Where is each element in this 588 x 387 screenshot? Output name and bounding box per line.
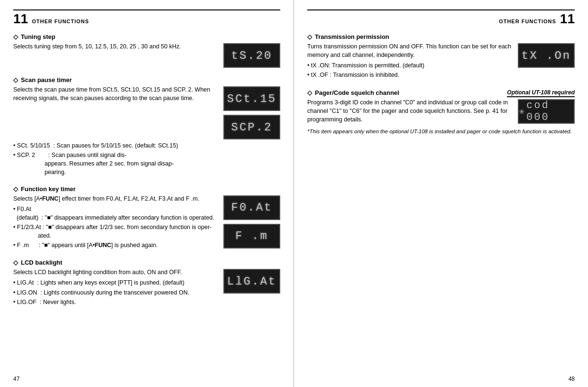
pager-display: ✳ cod 000 (518, 99, 575, 124)
diamond-icon-4: ◇ (13, 259, 18, 266)
section-tuning-step: ◇ Tuning step Selects tuning step from 5… (13, 33, 280, 68)
section-scan-pause: ◇ Scan pause timer Selects the scan paus… (13, 76, 280, 177)
transmission-content: Turns transmission permission ON and OFF… (307, 42, 575, 81)
tuning-step-text: Selects tuning step from 5, 10, 12.5, 15… (13, 42, 219, 51)
scan-pause-display-1: SCt.15 (223, 86, 280, 111)
scan-pause-displays: SCt.15 SCP.2 (223, 85, 280, 139)
transmission-bullets: • tX .ON: Transmission is permitted. (de… (307, 61, 513, 79)
left-page-footer-number: 47 (13, 376, 19, 382)
diamond-icon-2: ◇ (13, 76, 18, 83)
left-footer: 47 (13, 376, 19, 382)
pager-asterisk: ✳ (519, 105, 524, 117)
bullet-txof: • tX .OF : Transmission is inhibited. (307, 71, 513, 79)
lcd-backlight-text: Selects LCD backlight lighting condition… (13, 268, 219, 307)
transmission-title: ◇ Transmission permission (307, 33, 575, 40)
section-transmission: ◇ Transmission permission Turns transmis… (307, 33, 575, 81)
lcd-backlight-bullets: • LIG.At : Lights when any keys except [… (13, 278, 219, 306)
optional-label: Optional UT-108 required (507, 89, 575, 97)
pager-note: *This item appears only when the optiona… (307, 128, 575, 136)
bullet-fm: • F .m : "■" appears until [A•FUNC] is p… (13, 241, 219, 249)
right-page-footer-number: 48 (569, 376, 575, 382)
right-page: OTHER FUNCTIONS 11 ◇ Transmission permis… (294, 0, 588, 387)
scan-pause-content: Selects the scan pause time from SCt.5, … (13, 85, 280, 139)
diamond-icon-6: ◇ (307, 89, 312, 96)
tuning-step-content: Selects tuning step from 5, 10, 12.5, 15… (13, 42, 280, 68)
left-page-header: 11 OTHER FUNCTIONS (13, 9, 280, 26)
bullet-ligon: • LIG.ON : Lights continuously during th… (13, 288, 219, 297)
pager-squelch-text: Programs 3-digit ID code in channel "C0"… (307, 98, 513, 124)
scan-pause-title: ◇ Scan pause timer (13, 76, 280, 83)
scan-pause-text: Selects the scan pause time from SCt.5, … (13, 85, 219, 102)
left-page: 11 OTHER FUNCTIONS ◇ Tuning step Selects… (0, 0, 294, 387)
function-key-text: Selects [A•FUNC] effect timer from F0.At… (13, 194, 219, 251)
transmission-display: tX .On (518, 43, 575, 68)
pager-squelch-title: ◇ Pager/Code squelch channel (307, 89, 399, 96)
page-container: 11 OTHER FUNCTIONS ◇ Tuning step Selects… (0, 0, 588, 387)
function-key-bullets: • F0.At (default) : "■" disappears immed… (13, 205, 219, 250)
tuning-step-display: tS.20 (223, 43, 280, 68)
diamond-icon-5: ◇ (307, 33, 312, 40)
lcd-backlight-display: LlG.At (223, 269, 280, 294)
bullet-ligat: • LIG.At : Lights when any keys except [… (13, 278, 219, 287)
bullet-ligof: • LIG.OF : Never lights. (13, 298, 219, 306)
bullet-txon: • tX .ON: Transmission is permitted. (de… (307, 61, 513, 70)
pager-display-value: cod 000 (526, 100, 574, 123)
lcd-backlight-content: Selects LCD backlight lighting condition… (13, 268, 280, 307)
bullet-f0at: • F0.At (default) : "■" disappears immed… (13, 205, 219, 222)
bullet-f123at: • F1/2/3.At : "■" disappears after 1/2/3… (13, 223, 219, 240)
section-pager-squelch: ◇ Pager/Code squelch channel Optional UT… (307, 89, 575, 136)
bullet-sct: • SCt. 5/10/15 : Scan pauses for 5/10/15… (13, 141, 280, 150)
left-page-number: 11 (13, 12, 28, 26)
lcd-backlight-title: ◇ LCD backlight (13, 259, 280, 266)
scan-pause-bullets: • SCt. 5/10/15 : Scan pauses for 5/10/15… (13, 141, 280, 177)
pager-squelch-content: Programs 3-digit ID code in channel "C0"… (307, 98, 575, 124)
section-lcd-backlight: ◇ LCD backlight Selects LCD backlight li… (13, 259, 280, 307)
left-page-title: OTHER FUNCTIONS (32, 18, 89, 24)
function-key-display-2: F .m (223, 224, 280, 249)
section-function-key: ◇ Function key timer Selects [A•FUNC] ef… (13, 185, 280, 251)
bullet-scp: • SCP. 2 : Scan pauses until signal dis-… (13, 151, 280, 176)
right-page-number: 11 (560, 12, 575, 26)
function-key-displays: F0.At F .m (223, 194, 280, 249)
diamond-icon-3: ◇ (13, 185, 18, 193)
right-page-title: OTHER FUNCTIONS (499, 18, 556, 24)
pager-header-row: ◇ Pager/Code squelch channel Optional UT… (307, 89, 575, 98)
transmission-text: Turns transmission permission ON and OFF… (307, 42, 513, 81)
right-page-header: OTHER FUNCTIONS 11 (307, 9, 575, 26)
function-key-display-1: F0.At (223, 195, 280, 220)
function-key-content: Selects [A•FUNC] effect timer from F0.At… (13, 194, 280, 251)
pager-display-inner: ✳ cod 000 (519, 100, 574, 123)
diamond-icon: ◇ (13, 33, 18, 40)
tuning-step-title: ◇ Tuning step (13, 33, 280, 40)
tuning-step-display-value: tS.20 (231, 49, 272, 62)
function-key-title: ◇ Function key timer (13, 185, 280, 193)
scan-pause-display-2: SCP.2 (223, 115, 280, 139)
right-footer: 48 (569, 376, 575, 382)
